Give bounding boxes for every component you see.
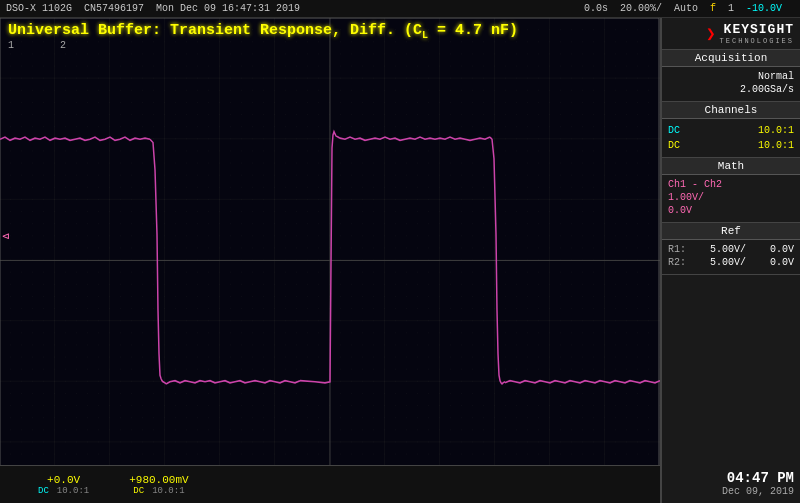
scope-title: Universal Buffer: Transient Response, Di…	[8, 22, 518, 41]
r1-scale: 5.00V/	[710, 244, 746, 255]
clock-area: 04:47 PM Dec 09, 2019	[662, 464, 800, 503]
channels-title: Channels	[662, 102, 800, 119]
measurement-ch1: +0.0V DC 10.0:1	[38, 474, 89, 496]
meas-ch2-probe: 10.0:1	[152, 486, 184, 496]
acquisition-section: Acquisition Normal 2.00GSa/s	[662, 50, 800, 102]
meas-ch1-label: DC	[38, 486, 49, 496]
acquisition-mode-row: Normal	[668, 71, 794, 82]
main-area: Universal Buffer: Transient Response, Di…	[0, 18, 800, 503]
trigger-mode: Auto	[674, 3, 698, 14]
r2-label: R2:	[668, 257, 686, 268]
timebase-scale: 20.00%/	[620, 3, 662, 14]
measurement-ch2: +980.00mV DC 10.0:1	[129, 474, 188, 496]
grid-numbers-top: 12	[8, 40, 66, 51]
clock-time: 04:47 PM	[668, 470, 794, 486]
top-bar: DSO-X 1102G CN57496197 Mon Dec 09 16:47:…	[0, 0, 800, 18]
r1-label: R1:	[668, 244, 686, 255]
timebase-pos: 0.0s	[584, 3, 608, 14]
acq-rate-value: 2.00GSa/s	[740, 84, 794, 95]
ch2-row: DC 10.0:1	[668, 138, 794, 153]
ch2-probe: 10.0:1	[758, 140, 794, 151]
right-panel: ❯ KEYSIGHT TECHNOLOGIES Acquisition Norm…	[662, 18, 800, 503]
acq-mode-value: Normal	[758, 71, 794, 82]
brand-sub: TECHNOLOGIES	[720, 37, 794, 45]
voltage-level: -10.0V	[746, 3, 782, 14]
scope-grid	[0, 18, 660, 503]
math-title: Math	[662, 158, 800, 175]
serial-label: CN57496197	[84, 3, 144, 14]
math-section: Math Ch1 - Ch2 1.00V/ 0.0V	[662, 158, 800, 223]
keysight-chevron-icon: ❯	[706, 24, 716, 44]
r2-scale: 5.00V/	[710, 257, 746, 268]
ref-title: Ref	[662, 223, 800, 240]
channels-section: Channels DC 10.0:1 DC 10.0:1	[662, 102, 800, 158]
scope-title-text: Universal Buffer: Transient Response, Di…	[8, 22, 422, 39]
model-label: DSO-X 1102G	[6, 3, 72, 14]
meas-ch2-value: +980.00mV	[129, 474, 188, 486]
clock-date: Dec 09, 2019	[668, 486, 794, 497]
channel-num: 1	[728, 3, 734, 14]
ch1-row: DC 10.0:1	[668, 123, 794, 138]
trigger-icon: f	[710, 3, 716, 14]
keysight-logo-area: ❯ KEYSIGHT TECHNOLOGIES	[662, 18, 800, 50]
meas-ch2-label: DC	[133, 486, 144, 496]
meas-ch1-probe: 10.0:1	[57, 486, 89, 496]
r1-offset: 0.0V	[770, 244, 794, 255]
r2-row: R2: 5.00V/ 0.0V	[668, 257, 794, 268]
math-offset: 0.0V	[668, 205, 794, 216]
math-formula: Ch1 - Ch2	[668, 179, 794, 190]
ref-section: Ref R1: 5.00V/ 0.0V R2: 5.00V/ 0.0V	[662, 223, 800, 275]
ch1-coupling: DC	[668, 125, 680, 136]
acquisition-title: Acquisition	[662, 50, 800, 67]
r1-row: R1: 5.00V/ 0.0V	[668, 244, 794, 255]
datetime-label: Mon Dec 09 16:47:31 2019	[156, 3, 300, 14]
acquisition-rate-row: 2.00GSa/s	[668, 84, 794, 95]
bottom-measurement-bar: +0.0V DC 10.0:1 +980.00mV DC 10.0:1	[0, 465, 660, 503]
ch2-coupling: DC	[668, 140, 680, 151]
meas-ch1-value: +0.0V	[47, 474, 80, 486]
r2-offset: 0.0V	[770, 257, 794, 268]
ch1-probe: 10.0:1	[758, 125, 794, 136]
keysight-logo: KEYSIGHT TECHNOLOGIES	[720, 22, 794, 45]
scope-display: Universal Buffer: Transient Response, Di…	[0, 18, 662, 503]
brand-name: KEYSIGHT	[724, 22, 794, 37]
math-scale: 1.00V/	[668, 192, 794, 203]
channel-marker: ⊲	[2, 229, 9, 244]
